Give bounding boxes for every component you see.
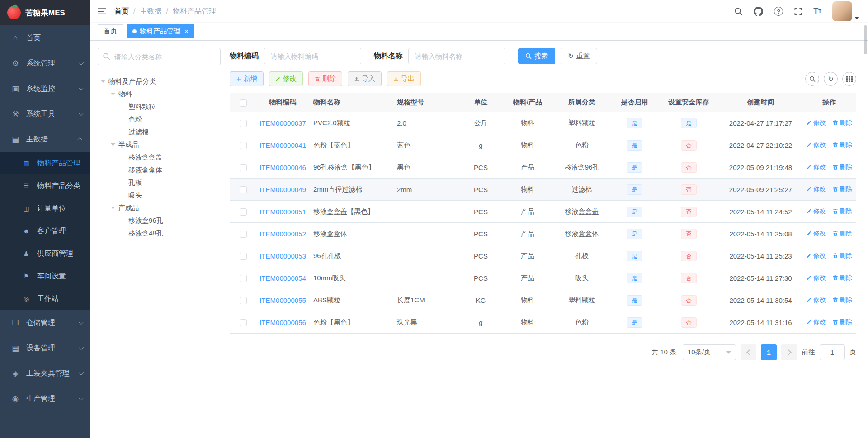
item-code-link[interactable]: ITEM00000053 — [259, 252, 306, 260]
hamburger-icon[interactable] — [98, 8, 106, 15]
item-code-link[interactable]: ITEM00000054 — [259, 274, 306, 282]
github-icon[interactable] — [754, 7, 763, 16]
goto-page-input[interactable] — [820, 344, 845, 360]
sidebar-subitem[interactable]: ☰物料产品分类 — [0, 174, 90, 197]
row-edit-button[interactable]: 修改 — [806, 274, 826, 282]
row-edit-button[interactable]: 修改 — [806, 185, 826, 193]
reset-button[interactable]: ↻ 重置 — [561, 48, 597, 64]
sidebar-subitem[interactable]: ♟供应商管理 — [0, 242, 90, 265]
user-menu[interactable] — [832, 1, 859, 21]
close-icon[interactable]: × — [184, 28, 189, 35]
sidebar-subitem[interactable]: ◫计量单位 — [0, 197, 90, 220]
export-button[interactable]: 导出 — [387, 71, 421, 86]
item-code-link[interactable]: ITEM00000037 — [259, 119, 306, 127]
tree-node[interactable]: 物料及产品分类 — [98, 75, 221, 88]
fullscreen-icon[interactable] — [794, 7, 802, 16]
item-code-link[interactable]: ITEM00000049 — [259, 186, 306, 193]
edit-button[interactable]: 修改 — [269, 71, 303, 86]
row-checkbox[interactable] — [240, 319, 247, 326]
sidebar-item[interactable]: ▣系统监控 — [0, 76, 90, 101]
item-code-input[interactable] — [264, 48, 361, 64]
search-button[interactable]: 搜索 — [518, 48, 555, 64]
tab-0[interactable]: 首页 — [98, 24, 123, 38]
item-code-link[interactable]: ITEM00000046 — [259, 164, 306, 171]
row-checkbox[interactable] — [240, 164, 247, 171]
tree-node[interactable]: 过滤棉 — [98, 126, 221, 138]
prev-page-button[interactable] — [741, 344, 756, 360]
row-checkbox[interactable] — [240, 253, 247, 260]
search-icon[interactable] — [734, 7, 743, 16]
import-button[interactable]: 导入 — [348, 71, 382, 86]
avatar[interactable] — [832, 1, 852, 21]
row-checkbox[interactable] — [240, 297, 247, 304]
breadcrumb-item[interactable]: 首页 — [114, 7, 129, 16]
item-code-link[interactable]: ITEM00000052 — [259, 230, 306, 238]
sidebar-item[interactable]: ❒仓储管理 — [0, 310, 90, 335]
sidebar-subitem[interactable]: ⚑车间设置 — [0, 265, 90, 287]
tree-node[interactable]: 孔板 — [98, 176, 221, 189]
row-checkbox[interactable] — [240, 275, 247, 282]
row-delete-button[interactable]: 删除 — [832, 119, 852, 127]
row-checkbox[interactable] — [240, 208, 247, 216]
column-visibility-button[interactable] — [842, 72, 856, 86]
row-edit-button[interactable]: 修改 — [806, 207, 826, 216]
font-size-icon[interactable]: TT — [813, 7, 821, 16]
row-edit-button[interactable]: 修改 — [806, 252, 826, 260]
add-button[interactable]: 新增 — [230, 71, 264, 86]
sidebar-item[interactable]: ◈工装夹具管理 — [0, 361, 90, 386]
row-edit-button[interactable]: 修改 — [806, 119, 826, 127]
row-checkbox[interactable] — [240, 142, 247, 149]
tree-node[interactable]: 塑料颗粒 — [98, 100, 221, 113]
tree-node[interactable]: 移液盒48孔 — [98, 227, 221, 240]
row-edit-button[interactable]: 修改 — [806, 318, 826, 326]
row-delete-button[interactable]: 删除 — [832, 252, 852, 260]
refresh-button[interactable]: ↻ — [824, 72, 838, 86]
tree-node[interactable]: 移液盒盒盖 — [98, 151, 221, 164]
sidebar-item[interactable]: ⚒系统工具 — [0, 101, 90, 127]
row-delete-button[interactable]: 删除 — [832, 230, 852, 238]
tree-node[interactable]: 吸头 — [98, 189, 221, 202]
tree-node[interactable]: 半成品 — [98, 138, 221, 151]
sidebar-item[interactable]: ⚙系统管理 — [0, 51, 90, 76]
item-code-link[interactable]: ITEM00000041 — [259, 141, 306, 149]
row-delete-button[interactable]: 删除 — [832, 207, 852, 216]
tab-active[interactable]: 物料产品管理× — [127, 24, 194, 38]
row-delete-button[interactable]: 删除 — [832, 141, 852, 149]
tree-node[interactable]: 物料 — [98, 88, 221, 100]
sidebar-subitem[interactable]: ◎工作站 — [0, 287, 90, 310]
row-delete-button[interactable]: 删除 — [832, 185, 852, 193]
next-page-button[interactable] — [781, 344, 797, 360]
scrollbar-thumb[interactable] — [864, 25, 867, 54]
row-edit-button[interactable]: 修改 — [806, 141, 826, 149]
toggle-search-button[interactable] — [805, 72, 819, 86]
row-delete-button[interactable]: 删除 — [832, 163, 852, 171]
tree-node[interactable]: 移液盒96孔 — [98, 214, 221, 227]
help-icon[interactable]: ? — [774, 7, 783, 16]
tree-node[interactable]: 移液盒盒体 — [98, 164, 221, 176]
sidebar-item[interactable]: ▦设备管理 — [0, 335, 90, 361]
sidebar-subitem[interactable]: ☻客户管理 — [0, 220, 90, 242]
category-search-input[interactable] — [98, 48, 221, 65]
row-checkbox[interactable] — [240, 120, 247, 127]
row-checkbox[interactable] — [240, 186, 247, 193]
tree-node[interactable]: 产成品 — [98, 202, 221, 214]
app-logo[interactable]: 苦糖果MES — [0, 0, 90, 25]
sidebar-item[interactable]: ◉生产管理 — [0, 386, 90, 411]
page-size-select[interactable]: 10条/页 — [683, 344, 736, 360]
sidebar-item[interactable]: ⌂首页 — [0, 25, 90, 51]
tree-node[interactable]: 色粉 — [98, 113, 221, 126]
sidebar-subitem[interactable]: ▥物料产品管理 — [0, 152, 90, 174]
row-checkbox[interactable] — [240, 231, 247, 238]
row-edit-button[interactable]: 修改 — [806, 296, 826, 304]
row-delete-button[interactable]: 删除 — [832, 274, 852, 282]
row-delete-button[interactable]: 删除 — [832, 296, 852, 304]
delete-button[interactable]: 删除 — [308, 71, 342, 86]
item-name-input[interactable] — [408, 48, 505, 64]
item-code-link[interactable]: ITEM00000056 — [259, 319, 306, 326]
item-code-link[interactable]: ITEM00000051 — [259, 208, 306, 216]
page-button-1[interactable]: 1 — [761, 344, 777, 360]
row-edit-button[interactable]: 修改 — [806, 163, 826, 171]
item-code-link[interactable]: ITEM00000055 — [259, 297, 306, 304]
row-edit-button[interactable]: 修改 — [806, 230, 826, 238]
row-delete-button[interactable]: 删除 — [832, 318, 852, 326]
